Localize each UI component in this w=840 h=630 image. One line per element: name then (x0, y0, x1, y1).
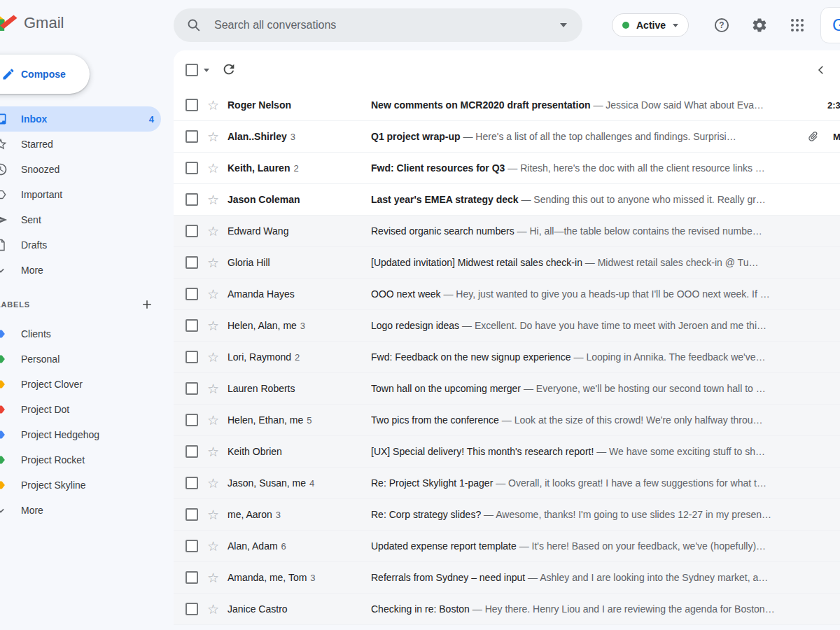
create-label-plus-icon[interactable] (140, 298, 154, 314)
star-icon[interactable]: ☆ (207, 477, 219, 490)
sidebar-item-inbox[interactable]: Inbox4 (0, 106, 174, 132)
row-checkbox[interactable] (186, 445, 198, 458)
row-sender: Amanda, me, Tom3 (227, 572, 368, 583)
mail-row[interactable]: ☆Amanda HayesOOO next week — Hey, just w… (174, 279, 840, 310)
mail-row[interactable]: ☆Helen, Ethan, me5Two pics from the conf… (174, 405, 840, 436)
account-button[interactable]: G (820, 7, 840, 43)
sidebar-label-clients[interactable]: Clients (0, 321, 174, 346)
label-name: Project Dot (21, 404, 69, 415)
row-checkbox[interactable] (186, 414, 198, 426)
row-checkbox[interactable] (186, 508, 198, 521)
star-icon[interactable]: ☆ (207, 382, 219, 396)
clock-icon (0, 162, 8, 176)
collapse-chevron-icon[interactable] (815, 64, 827, 79)
row-checkbox[interactable] (186, 540, 198, 552)
row-checkbox[interactable] (186, 256, 198, 269)
settings-gear-icon[interactable] (750, 15, 769, 35)
mail-row[interactable]: ☆Keith Obrien[UX] Special delivery! This… (174, 436, 840, 468)
mail-row[interactable]: ☆Gloria Hill[Updated invitation] Midwest… (174, 247, 840, 279)
star-icon[interactable]: ☆ (207, 603, 219, 616)
select-dropdown-caret-icon[interactable] (204, 69, 209, 72)
mail-row[interactable]: ☆Lauren RobertsTown hall on the upcoming… (174, 373, 840, 405)
star-icon[interactable]: ☆ (207, 571, 219, 584)
mail-row[interactable]: ☆Alan, Adam6Updated expense report templ… (174, 531, 840, 562)
star-icon[interactable]: ☆ (207, 351, 219, 364)
select-all-checkbox[interactable] (186, 64, 198, 76)
labels-section-header: LABELS (0, 294, 174, 315)
row-subject-snippet: Two pics from the conference — Look at t… (371, 414, 840, 426)
star-icon[interactable]: ☆ (207, 225, 219, 238)
star-icon[interactable]: ☆ (207, 414, 219, 427)
sidebar-item-label: More (21, 265, 43, 276)
row-checkbox[interactable] (186, 193, 198, 206)
star-icon[interactable]: ☆ (207, 99, 219, 112)
label-tag-icon (0, 478, 8, 492)
row-sender: Edward Wang (227, 225, 368, 237)
sidebar-label-more[interactable]: More (0, 498, 174, 523)
chevron-down-icon (0, 503, 8, 517)
row-subject-snippet: [UX] Special delivery! This month's rese… (371, 446, 840, 457)
sidebar-label-personal[interactable]: Personal (0, 346, 174, 372)
mail-row[interactable]: ☆Jason ColemanLast year's EMEA strategy … (174, 184, 840, 216)
row-subject-snippet: Fwd: Feedback on the new signup experien… (371, 351, 840, 363)
help-icon[interactable]: ? (712, 15, 732, 35)
row-subject-snippet: Re: Corp strategy slides? — Awesome, tha… (371, 509, 840, 520)
row-checkbox[interactable] (186, 225, 198, 237)
row-checkbox[interactable] (186, 382, 198, 395)
mail-row[interactable]: ☆Janice CastroChecking in re: Boston — H… (174, 594, 840, 625)
star-icon[interactable]: ☆ (207, 193, 219, 206)
mail-row[interactable]: ☆Roger NelsonNew comments on MCR2020 dra… (174, 90, 840, 121)
row-sender: Roger Nelson (227, 99, 368, 111)
row-sender: Helen, Alan, me3 (227, 320, 368, 331)
row-checkbox[interactable] (186, 477, 198, 489)
star-icon[interactable]: ☆ (207, 256, 219, 270)
mail-row[interactable]: ☆Alan..Shirley3Q1 project wrap-up — Here… (174, 121, 840, 153)
sidebar-item-drafts[interactable]: Drafts (0, 232, 174, 258)
sidebar-label-project-clover[interactable]: Project Clover (0, 372, 174, 397)
star-icon[interactable]: ☆ (207, 445, 219, 458)
label-name: Personal (21, 354, 59, 365)
row-checkbox[interactable] (186, 603, 198, 615)
sidebar-item-label: Snoozed (21, 164, 59, 175)
sidebar-item-more[interactable]: More (0, 258, 174, 283)
status-chip[interactable]: Active (612, 13, 689, 37)
star-icon[interactable]: ☆ (207, 130, 219, 144)
row-checkbox[interactable] (186, 130, 198, 143)
compose-button[interactable]: Compose (0, 55, 90, 94)
mail-row[interactable]: ☆Keith, Lauren2Fwd: Client resources for… (174, 153, 840, 184)
row-checkbox[interactable] (186, 288, 198, 300)
sidebar-label-project-dot[interactable]: Project Dot (0, 397, 174, 422)
mail-row[interactable]: ☆Amanda, me, Tom3Referrals from Sydney –… (174, 562, 840, 594)
search-options-caret-icon[interactable] (560, 23, 567, 27)
star-icon[interactable]: ☆ (207, 508, 219, 522)
mail-row[interactable]: ☆Helen, Alan, me3Logo redesign ideas — E… (174, 310, 840, 342)
mail-row[interactable]: ☆Jason, Susan, me4Re: Project Skylight 1… (174, 468, 840, 499)
conversation-list: ☆Roger NelsonNew comments on MCR2020 dra… (174, 90, 840, 625)
star-icon[interactable]: ☆ (207, 540, 219, 553)
search-input[interactable]: Search all conversations (174, 8, 582, 42)
row-checkbox[interactable] (186, 99, 198, 111)
row-checkbox[interactable] (186, 319, 198, 332)
row-time: 2:3 (825, 99, 840, 112)
sidebar-label-project-skyline[interactable]: Project Skyline (0, 472, 174, 498)
mail-row[interactable]: ☆Edward WangRevised organic search numbe… (174, 216, 840, 247)
mail-row[interactable]: ☆me, Aaron3Re: Corp strategy slides? — A… (174, 499, 840, 531)
star-icon[interactable]: ☆ (207, 162, 219, 175)
row-checkbox[interactable] (186, 162, 198, 174)
sidebar-item-snoozed[interactable]: Snoozed (0, 157, 174, 182)
refresh-icon[interactable] (221, 62, 237, 80)
row-subject-snippet: Revised organic search numbers — Hi, all… (371, 225, 840, 237)
row-sender: Jason Coleman (227, 194, 368, 205)
label-name: Project Rocket (21, 454, 85, 465)
row-checkbox[interactable] (186, 351, 198, 363)
sidebar-item-important[interactable]: Important (0, 182, 174, 207)
star-icon[interactable]: ☆ (207, 319, 219, 332)
sidebar-label-project-hedgehog[interactable]: Project Hedgehog (0, 422, 174, 447)
mail-row[interactable]: ☆Lori, Raymond2Fwd: Feedback on the new … (174, 342, 840, 373)
row-checkbox[interactable] (186, 571, 198, 584)
sidebar-item-sent[interactable]: Sent (0, 207, 174, 232)
sidebar-item-starred[interactable]: Starred (0, 132, 174, 157)
apps-grid-icon[interactable] (788, 15, 807, 35)
star-icon[interactable]: ☆ (207, 288, 219, 301)
sidebar-label-project-rocket[interactable]: Project Rocket (0, 447, 174, 472)
